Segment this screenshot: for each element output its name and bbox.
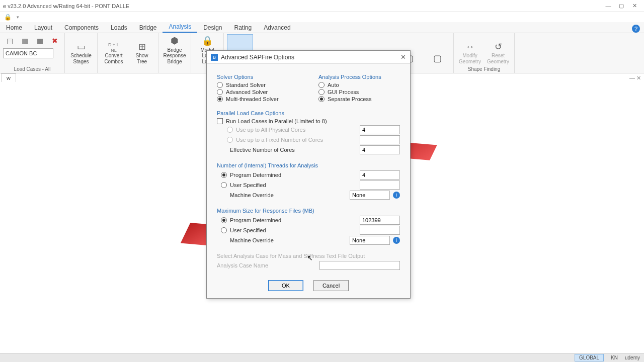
status-bar: GLOBAL KN udemy: [0, 353, 644, 362]
fixed-cores-input: [360, 135, 400, 144]
bridge-response-label: Bridge Response Bridge: [163, 47, 186, 65]
resp-machine-label: Machine Override: [217, 237, 346, 243]
separate-process-label: Separate Process: [328, 96, 371, 102]
bridge-icon: ⬢: [169, 35, 181, 47]
shape-finding-label: Shape Finding: [457, 66, 511, 73]
dialog-title: Advanced SAPFire Options: [221, 54, 294, 61]
status-source: udemy: [625, 355, 640, 360]
info-icon[interactable]: i: [393, 237, 400, 244]
cancel-button[interactable]: Cancel: [313, 280, 349, 291]
load-case-combo[interactable]: [3, 48, 53, 58]
separate-process-radio[interactable]: [318, 96, 325, 102]
threads-user-label: User Specified: [230, 182, 356, 188]
minimize-button[interactable]: —: [602, 3, 615, 9]
close-window-button[interactable]: ✕: [628, 3, 641, 9]
reset-geometry-button: ↺Reset Geometry: [485, 34, 511, 65]
convert-nl-label: NL: [111, 48, 117, 53]
analysis-case-name-label: Analysis Case Name: [217, 262, 315, 268]
standard-solver-radio[interactable]: [217, 82, 223, 88]
reset-icon: ↺: [492, 41, 504, 53]
advanced-solver-radio[interactable]: [217, 89, 223, 95]
tree-icon: ⊞: [136, 41, 148, 53]
lock-icon[interactable]: 🔒: [4, 14, 12, 21]
threads-heading: Number of (Internal) Threads for Analysi…: [217, 162, 400, 168]
maximize-button[interactable]: ▢: [615, 3, 628, 9]
auto-process-radio[interactable]: [318, 82, 325, 88]
show-tree-label: Show Tree: [135, 53, 148, 64]
info-icon[interactable]: i: [393, 192, 400, 199]
threads-program-input[interactable]: [360, 170, 400, 179]
help-icon[interactable]: ?: [632, 25, 640, 33]
status-global[interactable]: GLOBAL: [575, 354, 604, 361]
tab-design[interactable]: Design: [197, 23, 228, 33]
analysis-case-name-input: [319, 261, 400, 270]
modify-geometry-label: Modify Geometry: [459, 53, 481, 64]
multithreaded-solver-radio[interactable]: [217, 96, 223, 102]
response-size-heading: Maximum Size for Response Files (MB): [217, 208, 400, 214]
ribbon-tabs: Home Layout Components Loads Bridge Anal…: [0, 22, 644, 33]
schedule-icon: ▭: [75, 41, 87, 53]
analysis-btn-6[interactable]: ▢: [424, 34, 450, 65]
all-cores-label: Use up to All Physical Cores: [236, 127, 356, 133]
parallel-options-heading: Parallel Load Case Options: [217, 110, 400, 116]
schedule-stages-label: Schedule Stages: [70, 53, 92, 64]
threads-program-label: Program Determined: [230, 172, 356, 178]
quick-access-toolbar: 🔒 ▾: [0, 12, 644, 22]
fixed-cores-label: Use up to a Fixed Number of Cores: [236, 137, 356, 143]
all-cores-radio: [227, 127, 233, 133]
solver-options-heading: Solver Options: [217, 74, 298, 80]
effective-cores-input: [360, 145, 400, 154]
loadcase-btn-4[interactable]: ✖: [48, 34, 61, 47]
convert-top-label: D + L: [108, 42, 119, 47]
loadcase-btn-3[interactable]: ▦: [33, 34, 46, 47]
tab-analysis[interactable]: Analysis: [163, 22, 197, 33]
resp-machine-input[interactable]: [350, 236, 390, 245]
gui-process-radio[interactable]: [318, 89, 325, 95]
model-lock-icon: 🔒: [201, 35, 213, 47]
tab-bridge[interactable]: Bridge: [133, 23, 163, 33]
tab-advanced[interactable]: Advanced: [258, 23, 296, 33]
show-tree-button[interactable]: ⊞Show Tree: [129, 34, 155, 65]
loadcase-btn-2[interactable]: ▥: [18, 34, 31, 47]
resp-program-radio[interactable]: [221, 217, 227, 223]
view-close-icon[interactable]: — ✕: [629, 75, 641, 81]
schedule-stages-button[interactable]: ▭Schedule Stages: [68, 34, 94, 65]
resp-program-label: Program Determined: [230, 217, 356, 223]
all-cores-input: [360, 125, 400, 134]
qat-dropdown-icon[interactable]: ▾: [17, 15, 19, 20]
convert-combos-button[interactable]: D + L NL Convert Combos: [101, 34, 127, 65]
window-title: e v23.2.0 Advanced w/Rating 64-bit - PON…: [3, 3, 129, 9]
tab-rating[interactable]: Rating: [228, 23, 258, 33]
threads-program-radio[interactable]: [221, 172, 227, 178]
resp-user-input[interactable]: [360, 226, 400, 235]
view-tab[interactable]: w: [1, 73, 16, 82]
bridge-response-button[interactable]: ⬢Bridge Response Bridge: [162, 34, 188, 65]
dialog-close-button[interactable]: ✕: [400, 53, 406, 61]
tab-components[interactable]: Components: [58, 23, 105, 33]
convert-combos-label: Convert Combos: [104, 53, 123, 64]
tab-layout[interactable]: Layout: [28, 23, 58, 33]
loadcase-btn-1[interactable]: ▤: [3, 34, 16, 47]
advanced-sapfire-options-dialog: B Advanced SAPFire Options ✕ Solver Opti…: [206, 50, 411, 299]
threads-user-input[interactable]: [360, 180, 400, 190]
threads-machine-input[interactable]: [350, 191, 390, 200]
reset-geometry-label: Reset Geometry: [487, 53, 509, 64]
tab-home[interactable]: Home: [0, 23, 28, 33]
run-parallel-checkbox[interactable]: [217, 118, 223, 124]
status-units[interactable]: KN: [611, 355, 618, 360]
resp-program-input[interactable]: [360, 216, 400, 225]
doc2-icon: ▢: [431, 52, 443, 64]
resp-user-radio[interactable]: [221, 227, 227, 233]
tab-loads[interactable]: Loads: [105, 23, 133, 33]
standard-solver-label: Standard Solver: [226, 82, 266, 88]
resp-user-label: User Specified: [230, 227, 356, 233]
modify-icon: ↔: [464, 41, 476, 53]
gui-process-label: GUI Process: [328, 89, 359, 95]
ok-button[interactable]: OK: [268, 280, 303, 291]
threads-machine-label: Machine Override: [217, 192, 346, 198]
analysis-process-heading: Analysis Process Options: [318, 74, 400, 80]
threads-user-radio[interactable]: [221, 182, 227, 188]
run-parallel-label: Run Load Cases in Parallel (Limited to 8…: [226, 118, 327, 124]
select-case-heading: Select Analysis Case for Mass and Stiffn…: [217, 253, 400, 259]
multithreaded-solver-label: Multi-threaded Solver: [226, 96, 279, 102]
